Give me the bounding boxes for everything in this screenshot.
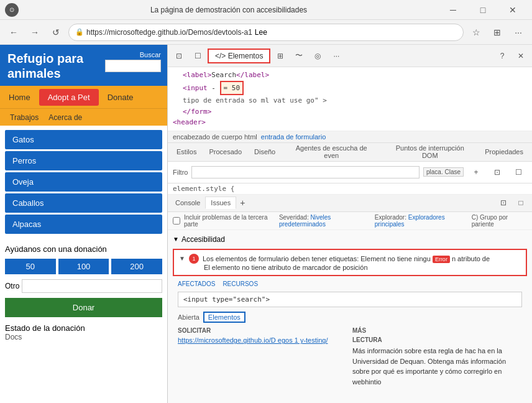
tab-estilos[interactable]: Estilos: [170, 146, 203, 158]
settings-button[interactable]: ?: [493, 47, 511, 65]
donation-amounts: 50 100 200: [5, 259, 162, 274]
filter-toggle-button[interactable]: ☐: [510, 164, 527, 181]
filter-label: Filtro: [173, 169, 188, 176]
afectados-label: AFECTADOS: [178, 280, 215, 287]
bottom-panel-button2[interactable]: □: [512, 194, 530, 211]
devtools-bottom-tabs: Console Issues + ⊡ □: [168, 195, 532, 212]
amount-50[interactable]: 50: [5, 259, 56, 274]
maximize-button[interactable]: □: [469, 0, 497, 20]
solicitar-section: SOLICITAR https://microsoftedge.github.i…: [173, 325, 527, 389]
network-tab[interactable]: ⊞: [272, 47, 289, 65]
refresh-button[interactable]: ↺: [47, 24, 65, 41]
browser-titlebar: ⊙ La página de demostración con accesibi…: [0, 0, 532, 20]
category-gatos[interactable]: Gatos: [5, 130, 162, 149]
filter-add-button[interactable]: +: [467, 164, 485, 181]
website-panel: Refugio para animales Buscar Home Adopt …: [0, 45, 168, 403]
issue-count-badge: 1: [189, 254, 199, 264]
nav-donate[interactable]: Donate: [99, 89, 142, 106]
donation-status: Estado de la donación Docs: [5, 323, 162, 341]
tab-agentes[interactable]: Agentes de escucha de even: [282, 142, 381, 162]
collections-button[interactable]: ⊞: [488, 24, 506, 41]
category-caballos[interactable]: Caballos: [5, 193, 162, 213]
bottom-panel-button1[interactable]: ⊡: [495, 194, 512, 211]
code-line1: <label>Search</label>: [173, 70, 527, 81]
category-oveja[interactable]: Oveja: [5, 172, 162, 192]
solicitar-header: SOLICITAR: [178, 327, 347, 334]
input-highlight: = 50: [220, 81, 244, 96]
devtools-panel: ⊡ ☐ </> Elementos ⊞ 〜 ◎ ··· ? ✕ <label>S…: [168, 45, 532, 403]
tab-issues[interactable]: Issues: [205, 197, 236, 209]
issue-text: Los elementos de formulario deben tener …: [203, 254, 521, 264]
more-tools-button[interactable]: ···: [328, 47, 345, 65]
search-input[interactable]: [105, 60, 161, 72]
solicitar-col: SOLICITAR https://microsoftedge.github.i…: [178, 327, 347, 387]
device-mode-button[interactable]: ☐: [189, 47, 206, 65]
more-button[interactable]: ···: [510, 24, 527, 41]
minimize-button[interactable]: ─: [439, 0, 467, 20]
devtools-close-button[interactable]: ✕: [512, 47, 530, 65]
lock-icon: 🔒: [75, 28, 84, 36]
nav-home[interactable]: Home: [0, 89, 39, 106]
back-button[interactable]: ←: [5, 24, 22, 41]
accessibility-title: Accesibilidad: [181, 235, 225, 244]
donation-title: Ayúdanos con una donación: [5, 244, 162, 254]
breadcrumb-html: encabezado de cuerpo html: [173, 133, 257, 141]
devtools-style-code: element.style {: [168, 183, 532, 195]
tab-puntos[interactable]: Puntos de interrupción DOM: [381, 142, 479, 162]
issue-expand-icon[interactable]: ▼: [179, 255, 185, 262]
filter-badge: placa. Clase: [423, 167, 464, 177]
add-tab-button[interactable]: +: [236, 198, 249, 208]
site-categories: Gatos Perros Oveja Caballos Alpacas: [0, 126, 167, 238]
browser-title: La página de demostración con accesibili…: [24, 6, 434, 14]
search-label: Buscar: [140, 51, 161, 58]
filter-input[interactable]: [191, 166, 420, 178]
lectura-col: MÁS LECTURA Más información sobre esta r…: [352, 327, 522, 387]
mas-header: MÁS: [352, 327, 522, 334]
section-arrow-icon: ▼: [173, 236, 179, 243]
site-navigation: Home Adopt a Pet Donate: [0, 86, 167, 108]
subnav-acerca[interactable]: Acerca de: [44, 113, 87, 122]
solicitar-link[interactable]: https://microsoftedge.github.io/D egos 1…: [178, 336, 347, 344]
donation-status-item: Docs: [5, 333, 162, 341]
tab-diseno[interactable]: Diseño: [248, 146, 282, 158]
third-party-checkbox[interactable]: [173, 217, 180, 225]
amount-100[interactable]: 100: [58, 259, 109, 274]
lectura-text: Más información sobre esta regla de hac …: [352, 346, 522, 387]
open-elements-row: Abierta Elementos: [173, 310, 527, 325]
error-badge: Error: [433, 256, 450, 263]
amount-200[interactable]: 200: [111, 259, 162, 274]
inspect-element-button[interactable]: ⊡: [170, 47, 188, 65]
donation-other: Otro: [5, 279, 162, 293]
url-suffix: Lee: [255, 28, 267, 37]
other-input[interactable]: [22, 279, 162, 293]
filter-options-button[interactable]: ⊡: [488, 164, 506, 181]
category-alpacas[interactable]: Alpacas: [5, 215, 162, 234]
subnav-trabajos[interactable]: Trabajos: [5, 113, 44, 122]
browser-avatar: ⊙: [5, 3, 19, 17]
accessibility-header[interactable]: ▼ Accesibilidad: [173, 233, 527, 246]
tab-console[interactable]: Console: [170, 197, 205, 208]
nav-adopt[interactable]: Adopt a Pet: [39, 89, 99, 106]
issue-item: ▼ 1 Los elementos de formulario deben te…: [173, 249, 527, 277]
site-subnav: Trabajos Acerca de: [0, 108, 167, 126]
elements-tab[interactable]: </> Elementos: [208, 49, 270, 63]
tab-procesado[interactable]: Procesado: [203, 146, 248, 158]
devtools-code-area: <label>Search</label> <input - = 50 tipo…: [168, 67, 532, 131]
forward-button[interactable]: →: [26, 24, 44, 41]
window-controls: ─ □ ✕: [439, 0, 527, 20]
donate-button[interactable]: Donar: [5, 298, 162, 317]
browser-navbar: ← → ↺ 🔒 https://microsoftedge.github.io/…: [0, 20, 532, 45]
performance-tab[interactable]: 〜: [290, 47, 308, 65]
category-perros[interactable]: Perros: [5, 151, 162, 170]
close-button[interactable]: ✕: [498, 0, 527, 20]
tab-propiedades[interactable]: Propiedades: [479, 146, 530, 158]
affected-input-box: <input type="search">: [178, 292, 522, 307]
favorites-button[interactable]: ☆: [467, 24, 485, 41]
open-link[interactable]: Abierta: [178, 313, 200, 321]
address-bar[interactable]: 🔒 https://microsoftedge.github.io/Demos/…: [68, 24, 464, 41]
open-elements-badge[interactable]: Elementos: [203, 312, 245, 323]
devtools-filter-row: Filtro placa. Clase + ⊡ ☐: [168, 162, 532, 183]
memory-tab[interactable]: ◎: [309, 47, 326, 65]
devtools-panel-tabs: Estilos Procesado Diseño Agentes de escu…: [168, 143, 532, 162]
afectados-row: AFECTADOS RECURSOS: [173, 279, 527, 289]
